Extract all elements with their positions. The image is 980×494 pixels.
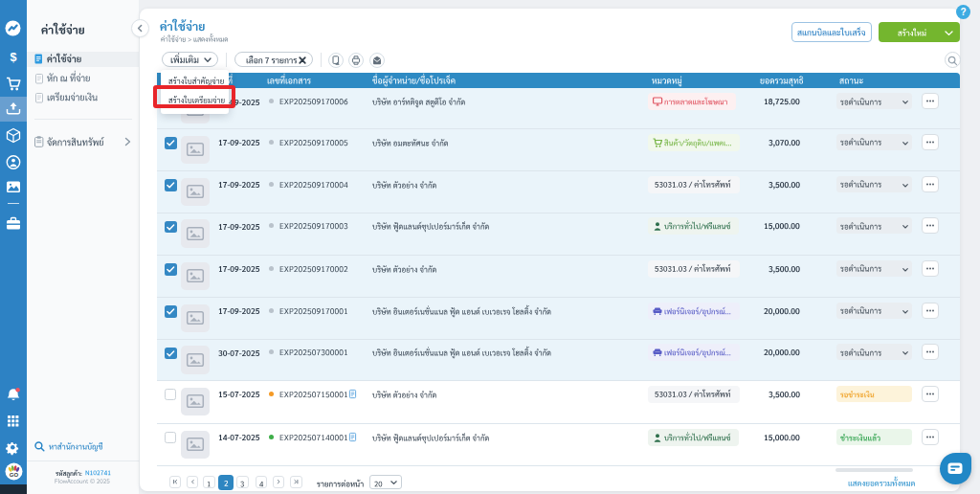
svg-text:GO: GO xyxy=(9,472,18,478)
